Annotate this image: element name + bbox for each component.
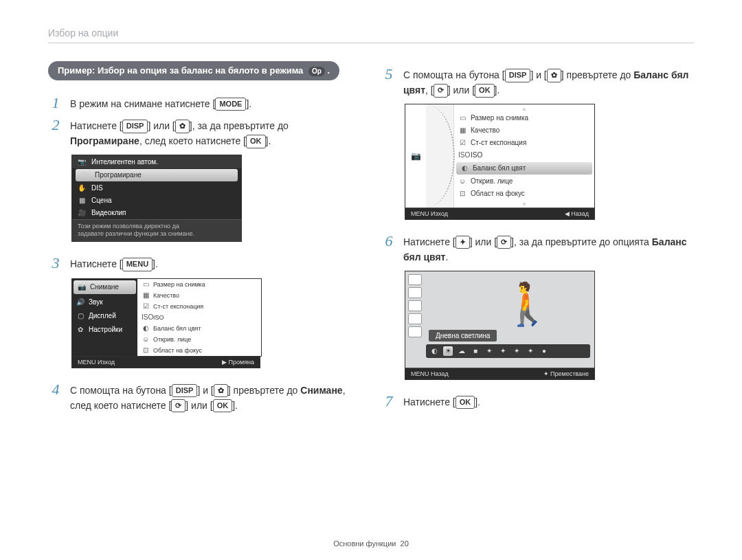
step-text: С помощта на бутона [DISP] и [✿] превърт…: [70, 381, 361, 414]
quickbar-icon: ☑: [408, 300, 422, 311]
tab-label: Звук: [89, 298, 103, 306]
step-3: 3 Натиснете [MENU].: [48, 254, 361, 272]
function-item: ISOISO: [454, 149, 594, 161]
mode-item: 🎥Видеоклип: [72, 207, 241, 219]
mode-item: ✋DIS: [72, 182, 241, 194]
step-text: Натиснете [OK].: [403, 392, 694, 410]
menu-option: ▦Качество: [137, 290, 261, 301]
example-heading-pill: Пример: Избор на опция за баланс на бяло…: [48, 61, 339, 80]
function-item: ▦Качество: [454, 124, 594, 137]
mode-icon: ▦: [78, 197, 86, 205]
mode-item: 📷Интелигентен автом.: [72, 155, 241, 168]
ok-button-label: OK: [246, 135, 266, 148]
function-icon: ⊡: [458, 190, 466, 198]
option-label: Открив. лице: [153, 336, 191, 343]
step-5: 5 С помощта на бутона [DISP] и [✿] превъ…: [381, 65, 694, 98]
tab-label: Снимане: [90, 283, 119, 291]
function-icon: ▭: [458, 114, 466, 122]
menu-option: ISOISO: [137, 312, 261, 323]
left-column: Пример: Избор на опция за баланс на бяло…: [48, 61, 361, 417]
mode-label: Програмиране: [95, 171, 142, 179]
mode-icon: Op: [81, 171, 89, 179]
function-label: Ст-ст експонация: [471, 139, 526, 146]
quickbar-icon: ▦: [408, 287, 422, 298]
timer-icon-label: ⟳: [171, 399, 186, 413]
chevron-up-icon: ▲: [454, 106, 594, 112]
function-label: Област на фокус: [471, 190, 525, 197]
mode-label: Сцена: [91, 197, 111, 204]
flash-icon-label: ✦: [456, 236, 470, 249]
macro-icon-label: ✿: [547, 69, 561, 82]
mode-label: Интелигентен автом.: [91, 158, 158, 166]
mode-button-label: MODE: [215, 98, 246, 111]
function-item: ⊡Област на фокус: [454, 188, 594, 200]
menu-screen: 📷Снимане🔊Звук▢Дисплей✿Настройки ▭Размер …: [71, 278, 361, 368]
chevron-down-icon: ▼: [454, 201, 594, 208]
footer-exit: MENU Изход: [78, 359, 115, 366]
wb-option-icon: ☁: [457, 346, 466, 356]
step-number: 1: [48, 94, 63, 112]
menu-tab: 🔊Звук: [72, 295, 137, 309]
ok-button-label: OK: [456, 396, 475, 410]
wb-option-label: Дневна светлина: [429, 330, 497, 341]
mode-select-screen: 📷Интелигентен автом.OpПрограмиране✋DIS▦С…: [71, 155, 242, 242]
step-text: В режим на снимане натиснете [MODE].: [70, 94, 361, 111]
pill-text: Пример: Избор на опция за баланс на бяло…: [58, 65, 303, 76]
function-label: Открив. лице: [471, 177, 513, 185]
function-label: ISO: [471, 151, 482, 159]
macro-icon-label: ✿: [175, 120, 190, 133]
timer-icon-label: ⟳: [497, 236, 511, 249]
mode-icon: 📷: [78, 158, 86, 166]
page-footer: Основни функции 20: [0, 539, 742, 548]
mode-icon: 🎥: [78, 209, 86, 217]
step-number: 6: [381, 232, 396, 250]
wb-option-icon: ✦: [526, 346, 535, 356]
mode-label: Видеоклип: [91, 209, 126, 216]
menu-tab: 📷Снимане: [74, 280, 136, 294]
function-icon: ☺: [458, 177, 466, 186]
white-balance-screen: ▭▦☑ISO◐ 🚶 Дневна светлина ◐☀☁■✦✦✦✦● MENU…: [405, 271, 595, 380]
option-label: Ст-ст експонация: [153, 303, 203, 310]
ok-button-label: OK: [475, 84, 495, 98]
wb-option-icon: ■: [471, 346, 480, 356]
function-item: ☺Открив. лице: [454, 175, 594, 188]
menu-option: ◐Баланс бял цвят: [137, 323, 261, 334]
wb-option-strip: ◐☀☁■✦✦✦✦●: [426, 344, 590, 358]
disp-button-label: DISP: [505, 69, 531, 82]
function-menu-screen: 📷 ▲ ▭Размер на снимка▦Качество☑Ст-ст екс…: [405, 104, 595, 220]
option-icon: ISO: [142, 313, 150, 322]
step-text: Натиснете [DISP] или [✿], за да превърти…: [70, 116, 361, 149]
menu-option: ▭Размер на снимка: [137, 279, 261, 290]
menu-left-pane: 📷Снимане🔊Звук▢Дисплей✿Настройки: [72, 279, 137, 356]
step-4: 4 С помощта на бутона [DISP] и [✿] превъ…: [48, 381, 361, 414]
function-label: Баланс бял цвят: [473, 164, 526, 172]
option-icon: ◐: [142, 324, 150, 333]
wb-option-icon: ✦: [484, 346, 494, 356]
quickbar-icon: ◐: [408, 326, 422, 337]
function-icon: ISO: [458, 151, 466, 159]
menu-tab: ▢Дисплей: [72, 309, 137, 323]
step-number: 5: [381, 65, 396, 83]
function-item: ▭Размер на снимка: [454, 112, 594, 124]
tab-label: Дисплей: [89, 312, 116, 320]
option-label: Баланс бял цвят: [153, 325, 201, 332]
option-icon: ⊡: [142, 346, 150, 355]
menu-option: ☺Открив. лице: [137, 334, 261, 345]
step-number: 7: [381, 392, 396, 410]
menu-option: ☑Ст-ст експонация: [137, 301, 261, 312]
tab-icon: 📷: [78, 283, 86, 291]
option-icon: ▭: [142, 280, 150, 289]
right-column: 5 С помощта на бутона [DISP] и [✿] превъ…: [381, 61, 694, 417]
mode-dial-icon: Op: [308, 67, 325, 76]
step-7: 7 Натиснете [OK].: [381, 392, 694, 410]
function-item: ◐Баланс бял цвят: [456, 162, 592, 175]
option-icon: ▦: [142, 291, 150, 300]
mode-tip: Този режим позволява директно да задават…: [72, 219, 241, 241]
option-icon: ☺: [142, 335, 150, 344]
ok-button-label: OK: [213, 399, 233, 413]
step-number: 4: [48, 381, 63, 399]
footer-move: ✦ Преместване: [543, 370, 589, 377]
step-text: Натиснете [MENU].: [70, 254, 361, 271]
step-number: 3: [48, 254, 63, 272]
disp-button-label: DISP: [172, 384, 198, 398]
